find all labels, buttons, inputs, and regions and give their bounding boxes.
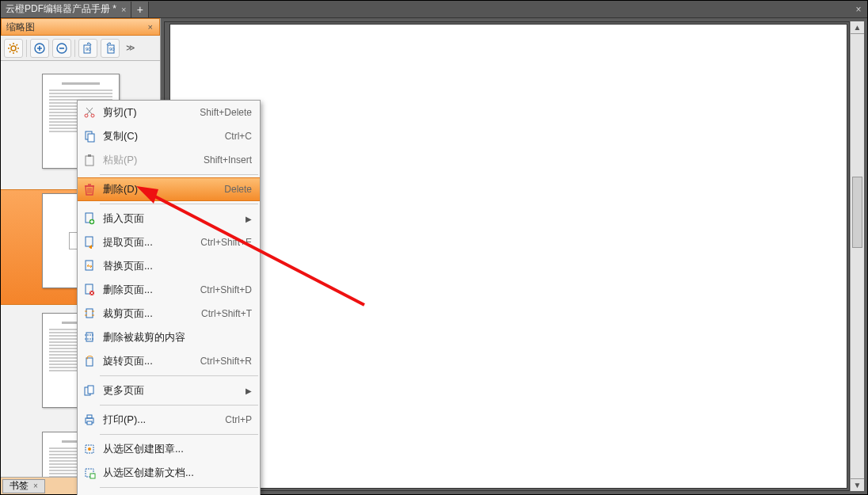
newdoc-icon — [82, 466, 97, 480]
copy-icon — [82, 129, 97, 143]
page-add-icon — [82, 211, 97, 226]
thumbnails-toolbar: 90 90 ≫ — [1, 36, 160, 61]
gear-icon — [7, 42, 20, 55]
scroll-up-icon[interactable]: ▲ — [851, 21, 864, 34]
menu-item-paste: 粘贴(P)Shift+Insert — [78, 148, 260, 172]
svg-point-28 — [88, 447, 91, 451]
page-view — [169, 24, 847, 489]
tab-title: 云橙PDF编辑器产品手册 * — [6, 2, 116, 16]
menu-item-copy[interactable]: 复制(C)Ctrl+C — [78, 124, 260, 148]
vertical-scrollbar[interactable]: ▲ ▼ — [850, 21, 864, 491]
menu-shortcut: Shift+Delete — [200, 107, 252, 118]
crop-icon — [82, 307, 97, 321]
submenu-arrow-icon: ▶ — [246, 215, 252, 223]
menu-item-cut[interactable]: 剪切(T)Shift+Delete — [78, 101, 260, 124]
rotate-cw-icon: 90 — [104, 42, 116, 55]
menu-label: 裁剪页面... — [103, 307, 195, 321]
svg-point-7 — [85, 114, 88, 117]
svg-rect-16 — [86, 261, 93, 270]
svg-rect-10 — [88, 134, 94, 142]
panel-header: 缩略图 × — [1, 18, 160, 36]
options-button[interactable] — [4, 39, 23, 58]
bookmarks-label: 书签 — [10, 479, 29, 493]
menu-label: 提取页面... — [103, 235, 194, 249]
close-icon[interactable]: × — [33, 482, 38, 490]
menu-separator — [100, 204, 258, 204]
document-canvas[interactable] — [164, 21, 850, 491]
menu-item-page-extract[interactable]: 提取页面...Ctrl+Shift+E — [78, 230, 260, 254]
svg-rect-19 — [86, 309, 93, 318]
close-all-icon[interactable]: × — [850, 4, 867, 15]
document-area: ▲ ▼ — [161, 18, 867, 494]
svg-rect-26 — [87, 421, 92, 425]
paste-icon — [82, 153, 97, 167]
menu-separator — [100, 487, 258, 488]
menu-separator — [100, 405, 258, 406]
menu-item-page-delete[interactable]: 删除页面...Ctrl+Shift+D — [78, 278, 260, 302]
menu-label: 打印(P)... — [103, 413, 219, 427]
menu-item-export[interactable]: 导出▶ — [78, 490, 260, 495]
scroll-thumb[interactable] — [852, 177, 862, 248]
menu-shortcut: Ctrl+C — [225, 131, 252, 142]
menu-shortcut: Ctrl+Shift+D — [200, 284, 252, 295]
svg-rect-15 — [86, 237, 93, 246]
rotate-icon — [82, 354, 97, 368]
menu-item-crop[interactable]: 裁剪页面...Ctrl+Shift+T — [78, 302, 260, 326]
context-menu: 剪切(T)Shift+Delete复制(C)Ctrl+C粘贴(P)Shift+I… — [77, 100, 261, 495]
menu-separator — [100, 434, 258, 435]
cut-icon — [82, 105, 97, 120]
bookmarks-tab[interactable]: 书签 × — [2, 479, 45, 493]
svg-rect-30 — [90, 474, 95, 478]
menu-shortcut: Delete — [224, 184, 252, 195]
svg-rect-11 — [86, 156, 93, 166]
stamp-icon — [82, 442, 97, 456]
plus-icon — [33, 42, 46, 55]
menu-label: 删除(D) — [103, 182, 218, 196]
rotate-ccw-icon: 90 — [82, 42, 94, 55]
menu-item-trash[interactable]: 删除(D)Delete — [78, 177, 260, 201]
svg-rect-23 — [88, 386, 93, 394]
menu-item-print[interactable]: 打印(P)...Ctrl+P — [78, 408, 260, 432]
svg-point-0 — [11, 46, 16, 51]
menu-shortcut: Ctrl+Shift+E — [200, 237, 252, 248]
menu-item-pages-more[interactable]: 更多页面▶ — [78, 379, 260, 402]
menu-label: 删除被裁剪的内容 — [103, 330, 252, 345]
page-extract-icon — [82, 235, 97, 249]
panel-title: 缩略图 — [6, 21, 35, 34]
tab-bar: 云橙PDF编辑器产品手册 * × + × — [1, 1, 867, 18]
pages-more-icon — [82, 383, 97, 398]
menu-label: 删除页面... — [103, 283, 194, 297]
scroll-track[interactable] — [851, 34, 864, 478]
menu-label: 从选区创建新文档... — [103, 466, 252, 480]
svg-text:90: 90 — [109, 47, 115, 51]
menu-shortcut: Ctrl+Shift+R — [200, 356, 252, 367]
submenu-arrow-icon: ▶ — [246, 386, 252, 395]
rotate-ccw-button[interactable]: 90 — [78, 39, 97, 58]
zoom-in-button[interactable] — [30, 39, 49, 58]
scroll-down-icon[interactable]: ▼ — [851, 478, 864, 491]
menu-shortcut: Ctrl+Shift+T — [201, 308, 252, 319]
zoom-out-button[interactable] — [52, 39, 71, 58]
menu-separator — [100, 375, 258, 376]
menu-item-page-replace[interactable]: 替换页面... — [78, 254, 260, 278]
menu-item-rotate[interactable]: 旋转页面...Ctrl+Shift+R — [78, 349, 260, 373]
menu-label: 复制(C) — [103, 129, 219, 143]
rotate-cw-button[interactable]: 90 — [101, 39, 120, 58]
crop-delete-icon — [82, 330, 97, 345]
menu-item-crop-delete[interactable]: 删除被裁剪的内容 — [78, 326, 260, 349]
minus-icon — [55, 42, 68, 55]
toolbar-overflow-button[interactable]: ≫ — [123, 39, 139, 58]
menu-separator — [100, 174, 258, 175]
menu-item-newdoc[interactable]: 从选区创建新文档... — [78, 461, 260, 485]
page-delete-icon — [82, 283, 97, 297]
new-tab-button[interactable]: + — [131, 2, 149, 17]
trash-icon — [82, 182, 97, 196]
menu-item-stamp[interactable]: 从选区创建图章... — [78, 437, 260, 461]
panel-close-icon[interactable]: × — [147, 22, 154, 32]
svg-text:90: 90 — [86, 47, 91, 51]
close-icon[interactable]: × — [121, 5, 126, 14]
menu-item-page-add[interactable]: 插入页面▶ — [78, 207, 260, 230]
svg-rect-25 — [87, 415, 92, 418]
svg-rect-20 — [86, 333, 93, 341]
document-tab[interactable]: 云橙PDF编辑器产品手册 * × — [1, 2, 131, 17]
